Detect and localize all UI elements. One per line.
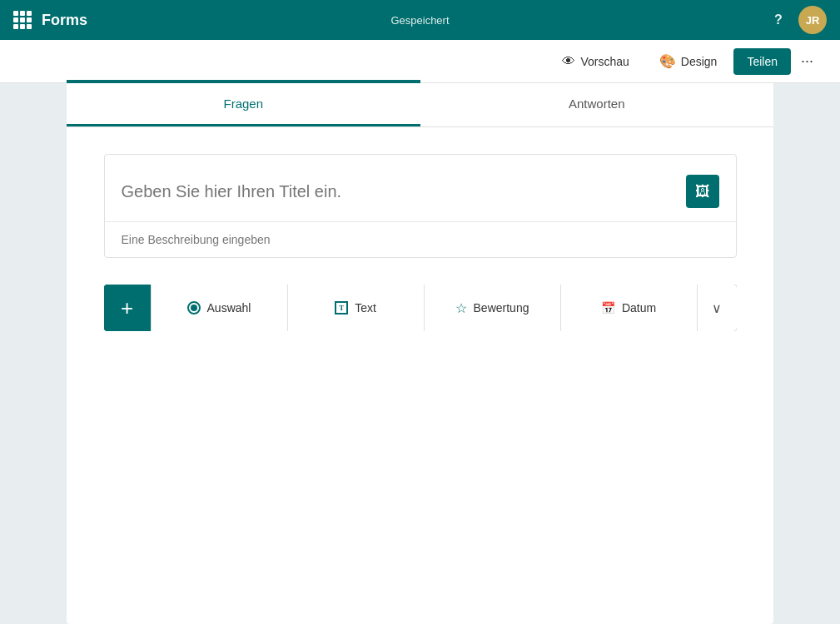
tab-questions[interactable]: Fragen	[67, 83, 420, 126]
choice-type-button[interactable]: Auswahl	[151, 285, 287, 331]
image-icon: 🖼	[695, 183, 710, 201]
rating-label: Bewertung	[474, 301, 529, 314]
toolbar: 👁 Vorschau 🎨 Design Teilen ···	[0, 40, 840, 83]
add-question-bar: + Auswahl T Text ☆ Bewertung	[104, 285, 737, 331]
rating-type-button[interactable]: ☆ Bewertung	[424, 285, 560, 331]
content: Fragen Antworten 🖼	[67, 83, 773, 624]
title-area: 🖼	[105, 155, 736, 222]
star-icon: ☆	[455, 300, 467, 316]
add-button[interactable]: +	[104, 285, 151, 331]
main: Fragen Antworten 🖼	[0, 83, 840, 624]
title-input[interactable]	[122, 182, 676, 201]
more-icon: ···	[801, 52, 813, 69]
app-title: Forms	[42, 12, 87, 29]
text-label: Text	[355, 301, 376, 314]
date-label: Datum	[622, 301, 656, 314]
avatar[interactable]: JR	[798, 6, 827, 34]
topbar: Forms Gespeichert ? JR	[0, 0, 840, 40]
tab-panel: Fragen Antworten 🖼	[67, 83, 773, 624]
topbar-left: Forms	[13, 11, 87, 29]
text-icon: T	[335, 301, 348, 314]
calendar-icon: 📅	[601, 301, 615, 314]
choice-label: Auswahl	[207, 301, 251, 314]
share-button[interactable]: Teilen	[733, 48, 791, 75]
tabs: Fragen Antworten	[67, 83, 773, 127]
right-sidebar	[773, 83, 840, 624]
preview-button[interactable]: 👁 Vorschau	[549, 47, 642, 76]
plus-icon: +	[121, 295, 133, 321]
design-label: Design	[681, 55, 718, 68]
design-button[interactable]: 🎨 Design	[646, 47, 731, 76]
chevron-down-icon: ∨	[712, 300, 722, 316]
text-type-button[interactable]: T Text	[287, 285, 424, 331]
waffle-icon[interactable]	[13, 11, 32, 29]
tab-answers[interactable]: Antworten	[420, 83, 774, 126]
radio-icon	[187, 301, 201, 314]
save-status: Gespeichert	[390, 14, 449, 27]
more-button[interactable]: ···	[794, 46, 820, 77]
left-sidebar	[0, 83, 67, 624]
help-button[interactable]: ?	[765, 7, 792, 33]
image-button[interactable]: 🖼	[686, 175, 719, 208]
date-type-button[interactable]: 📅 Datum	[560, 285, 697, 331]
form-card: 🖼	[104, 154, 737, 258]
preview-label: Vorschau	[580, 55, 629, 68]
eye-icon: 👁	[562, 54, 575, 69]
topbar-right: ? JR	[765, 6, 827, 34]
desc-area	[105, 222, 736, 257]
desc-input[interactable]	[122, 233, 719, 246]
design-icon: 🎨	[659, 53, 676, 69]
more-types-button[interactable]: ∨	[697, 285, 737, 331]
share-label: Teilen	[747, 55, 778, 68]
question-types: Auswahl T Text ☆ Bewertung 📅 Datum	[151, 285, 737, 331]
